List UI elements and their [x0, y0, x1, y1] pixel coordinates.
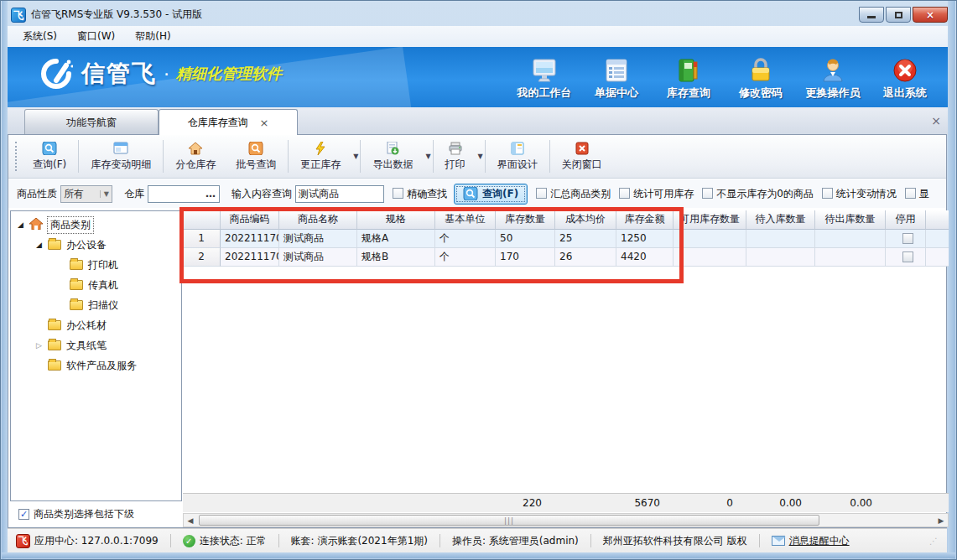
exact-search-checkbox[interactable]: 精确查找 [393, 187, 447, 201]
operator-status: 操作员: 系统管理员(admin) [452, 534, 579, 548]
column-header-truncated[interactable]: 预 [926, 210, 949, 230]
menu-system[interactable]: 系统(S) [14, 27, 65, 46]
inventory-table: 商品编码 商品名称 规格 基本单位 库存数量 成本均价 库存金额 可用库存数量 … [183, 210, 949, 527]
cell-pending-in [746, 248, 815, 267]
documents-center-button[interactable]: 单据中心 [580, 50, 653, 104]
column-header-spec[interactable]: 规格 [357, 210, 435, 230]
tab-function-nav[interactable]: 功能导航窗 [24, 109, 159, 135]
correct-stock-label: 更正库存 [300, 158, 341, 172]
summarize-category-checkbox[interactable]: 汇总商品类别 [536, 187, 611, 201]
search-content-input[interactable]: 测试商品 [295, 185, 384, 203]
change-password-button[interactable]: 修改密码 [725, 50, 797, 104]
query-button[interactable]: 查询(F) [23, 135, 76, 178]
resize-grip-icon[interactable]: ⋰ [929, 537, 939, 546]
column-header-stock-amount[interactable]: 库存金额 [616, 210, 674, 230]
expander-collapsed-icon[interactable]: ▷ [36, 341, 48, 350]
tree-item-office-equipment[interactable]: ◢ 办公设备 [11, 235, 181, 255]
workbench-icon [530, 54, 559, 83]
column-header-unit[interactable]: 基本单位 [435, 210, 496, 230]
envelope-icon [772, 536, 785, 546]
expander-expanded-icon[interactable]: ◢ [18, 220, 29, 229]
category-tree-panel: ◢ 商品类别 ◢ 办公设备 打印机 传真机 [10, 210, 182, 501]
scroll-right-icon[interactable]: ▶ [934, 516, 948, 525]
table-row[interactable]: 1 2022111701 测试商品 规格A 个 50 25 1250 [183, 230, 949, 248]
workbench-button[interactable]: 我的工作台 [508, 50, 580, 104]
column-header-product-name[interactable]: 商品名称 [279, 210, 357, 230]
tree-item-scanner[interactable]: 扫描仪 [11, 295, 181, 315]
chevron-down-icon[interactable]: ▼ [478, 153, 483, 160]
column-header-product-code[interactable]: 商品编码 [221, 210, 279, 230]
product-nature-select[interactable]: 所有 ▼ [60, 185, 112, 203]
export-data-button[interactable]: 导出数据 [362, 139, 423, 174]
menu-help[interactable]: 帮助(H) [127, 27, 179, 46]
scrollbar-thumb[interactable] [199, 515, 819, 526]
batch-number-query-button[interactable]: 批号查询 [226, 135, 286, 178]
tab-function-nav-label: 功能导航窗 [66, 116, 117, 130]
column-header-avg-cost[interactable]: 成本均价 [555, 210, 616, 230]
tree-item-office-supplies[interactable]: 办公耗材 [11, 315, 181, 335]
tree-item-label: 办公设备 [66, 238, 107, 252]
tree-item-fax[interactable]: 传真机 [11, 275, 181, 295]
ellipsis-picker-icon[interactable]: … [205, 188, 216, 200]
column-header-pending-in[interactable]: 待入库数量 [746, 210, 815, 230]
close-window-button[interactable]: 关闭窗口 [552, 135, 612, 178]
tab-warehouse-inventory[interactable]: 仓库库存查询 × [159, 109, 298, 135]
checkbox-icon [905, 188, 916, 199]
tree-item-stationery[interactable]: ▷ 文具纸笔 [11, 335, 181, 355]
include-sublevel-checkbox[interactable]: ✓ 商品类别选择包括下级 [10, 504, 182, 524]
column-header-stock-qty[interactable]: 库存数量 [496, 210, 555, 230]
message-center-link[interactable]: 消息提醒中心 [772, 534, 850, 548]
connection-ok-icon: ✓ [183, 535, 195, 547]
column-header[interactable] [183, 210, 221, 230]
exact-search-label: 精确查找 [407, 188, 447, 200]
window-frame-right [948, 1, 955, 559]
print-label: 打印 [445, 158, 465, 172]
menu-window[interactable]: 窗口(W) [69, 27, 123, 46]
filter-query-button[interactable]: 查询(F) [454, 184, 528, 205]
table-row[interactable]: 2 2022111701 测试商品 规格B 个 170 26 4420 [183, 248, 949, 267]
tree-item-software-services[interactable]: 软件产品及服务 [11, 355, 181, 376]
restore-icon [895, 12, 902, 18]
ui-design-button[interactable]: 界面设计 [487, 135, 548, 178]
exit-system-button[interactable]: 退出系统 [869, 50, 941, 104]
inventory-query-button[interactable]: 库存查询 [653, 50, 725, 104]
account-set-text: 账套: 演示账套(2021年第1期) [291, 534, 428, 548]
disabled-checkbox[interactable] [902, 233, 913, 244]
total-available-qty: 0 [674, 494, 746, 513]
disabled-checkbox[interactable] [902, 251, 913, 262]
app-center-text: 应用中心: 127.0.0.1:7099 [34, 534, 159, 548]
truncated-checkbox[interactable]: 显 [905, 187, 929, 201]
chevron-down-icon[interactable]: ▼ [353, 153, 358, 160]
minimize-button[interactable] [859, 7, 884, 23]
tabstrip-close-icon[interactable]: × [931, 114, 941, 127]
column-header-pending-out[interactable]: 待出库数量 [815, 210, 886, 230]
inventory-book-icon [676, 54, 701, 83]
horizontal-scrollbar[interactable]: ◀ ▶ [183, 513, 949, 527]
brand-name: 信管飞 [81, 58, 157, 90]
close-button[interactable]: × [913, 7, 948, 23]
tree-item-printer[interactable]: 打印机 [11, 255, 181, 275]
column-header-disabled[interactable]: 停用 [886, 210, 926, 230]
per-warehouse-stock-button[interactable]: 分仓库存 [165, 135, 226, 178]
expander-expanded-icon[interactable]: ◢ [36, 241, 48, 249]
connection-text: 连接状态: 正常 [200, 534, 267, 548]
stock-change-detail-button[interactable]: 库存变动明细 [81, 135, 161, 178]
restore-button[interactable] [886, 7, 911, 23]
documents-label: 单据中心 [595, 86, 638, 101]
brand-logo-icon [39, 57, 73, 91]
column-header-available-qty[interactable]: 可用库存数量 [674, 210, 746, 230]
scroll-left-icon[interactable]: ◀ [184, 516, 197, 525]
search-blue-icon [463, 187, 478, 200]
print-button[interactable]: 打印 [435, 139, 476, 174]
chevron-down-icon[interactable]: ▼ [425, 153, 430, 160]
count-available-checkbox[interactable]: 统计可用库存 [619, 187, 694, 201]
hide-zero-stock-checkbox[interactable]: 不显示库存为0的商品 [702, 187, 814, 201]
toolbar-grip[interactable] [15, 142, 19, 171]
warehouse-input[interactable]: … [148, 185, 220, 203]
count-changes-checkbox[interactable]: 统计变动情况 [822, 187, 897, 201]
tree-item-root[interactable]: ◢ 商品类别 [11, 215, 181, 235]
correct-stock-button[interactable]: 更正库存 [290, 139, 351, 174]
switch-operator-button[interactable]: 更换操作员 [797, 50, 869, 104]
cell-spec: 规格A [357, 230, 435, 248]
tab-close-icon[interactable]: × [260, 117, 269, 129]
